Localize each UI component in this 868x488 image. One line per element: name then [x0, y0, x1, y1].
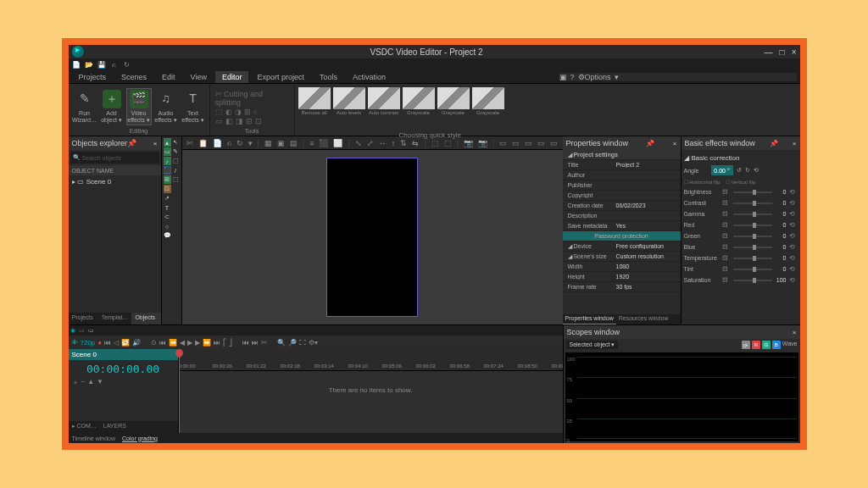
marker-out-icon[interactable]: ⎦: [229, 339, 232, 347]
property-row[interactable]: Save metadataYes: [563, 221, 681, 231]
property-row[interactable]: Author: [563, 170, 681, 180]
property-row[interactable]: Password protection: [563, 231, 681, 241]
tool-icon[interactable]: ⊟: [246, 117, 253, 125]
close-panel-icon[interactable]: ×: [153, 140, 158, 147]
tool-icon[interactable]: [172, 213, 180, 221]
tool-icon[interactable]: ⬚: [172, 157, 180, 165]
canvas-tool-icon[interactable]: ▣: [275, 139, 287, 147]
style-thumb[interactable]: Remove all: [298, 87, 331, 115]
left-tab[interactable]: Templat…: [98, 313, 132, 324]
qat-redo-icon[interactable]: ↻: [123, 60, 131, 69]
cutting-splitting-button[interactable]: ✄ Cutting and splitting: [215, 90, 289, 107]
angle-input[interactable]: 0.00 °: [711, 165, 733, 175]
menu-editor[interactable]: Editor: [215, 71, 249, 83]
tool-icon[interactable]: ◧: [225, 117, 233, 125]
video-preview[interactable]: [326, 158, 418, 317]
property-row[interactable]: Frame rate30 fps: [563, 282, 681, 292]
rewind-icon[interactable]: ⏪: [169, 339, 177, 347]
canvas-tool-icon[interactable]: ✄: [185, 139, 195, 147]
tool-icon[interactable]: ✎: [172, 147, 180, 156]
canvas-tool-icon[interactable]: 📋: [197, 139, 209, 147]
timeline-tab-icon[interactable]: ▭: [88, 327, 94, 334]
tool-icon[interactable]: ◐: [225, 108, 232, 116]
saturation-slider[interactable]: Saturation⊟100⟲: [684, 274, 798, 286]
audio-button[interactable]: ♫Audioeffects ▾: [153, 88, 179, 125]
zoom-out-icon[interactable]: 🔎: [288, 339, 297, 347]
menu-export-project[interactable]: Export project: [250, 71, 311, 83]
fforward-icon[interactable]: ⏩: [203, 339, 211, 347]
timeline-window-tab[interactable]: Timeline window: [72, 435, 115, 441]
property-row[interactable]: ◢ Project settings: [563, 150, 681, 160]
scope-b-button[interactable]: B: [772, 341, 781, 349]
qat-undo-icon[interactable]: ⎌: [110, 60, 119, 69]
marker-in-icon[interactable]: ⎡: [223, 339, 226, 347]
canvas-tool-icon[interactable]: ⎌: [225, 139, 233, 147]
prev-frame-icon[interactable]: ◁: [114, 339, 119, 347]
tool-icon[interactable]: [172, 203, 180, 212]
pin-icon[interactable]: 📌: [646, 140, 654, 147]
left-tab[interactable]: Objects …: [131, 313, 160, 324]
canvas-tool-icon[interactable]: ▭: [548, 139, 559, 147]
tool-icon[interactable]: ⊞: [244, 108, 251, 116]
settings-icon[interactable]: ⚙▾: [309, 339, 318, 347]
property-row[interactable]: Creation date06/02/2023: [563, 201, 681, 211]
temperature-slider[interactable]: Temperature⊟0⟲: [684, 252, 798, 263]
qat-save-icon[interactable]: 💾: [97, 60, 106, 69]
property-row[interactable]: Publisher: [563, 180, 681, 191]
tool-icon[interactable]: ⬚: [172, 175, 180, 184]
video-button[interactable]: 🎬Videoeffects ▾: [126, 88, 152, 125]
canvas-tool-icon[interactable]: ⇆: [410, 139, 420, 147]
tool-icon[interactable]: ▲: [164, 138, 171, 147]
tool-icon[interactable]: ◑: [235, 108, 242, 116]
scope-refresh-icon[interactable]: ⟳: [742, 341, 750, 349]
canvas-tool-icon[interactable]: ↔: [377, 139, 388, 147]
canvas-tool-icon[interactable]: ▭: [523, 139, 534, 147]
timeline-tab-icon[interactable]: ◉: [70, 327, 75, 334]
menu-edit[interactable]: Edit: [155, 71, 182, 83]
layer-down-icon[interactable]: ▼: [97, 378, 103, 387]
horizontal-flip-checkbox[interactable]: ☐ Horizontal flip: [684, 179, 721, 185]
reset-angle-icon[interactable]: ⟲: [754, 167, 759, 174]
canvas-tool-icon[interactable]: ⬚: [430, 139, 441, 147]
menu-view[interactable]: View: [184, 71, 214, 83]
options-button[interactable]: ⚙Options: [578, 73, 611, 81]
scope-source-selector[interactable]: Selected object ▾: [566, 341, 619, 349]
prev-icon[interactable]: ◀: [180, 339, 185, 347]
scope-r-button[interactable]: R: [752, 341, 760, 349]
panel-toggle-icon[interactable]: ▣: [559, 73, 567, 81]
tool-icon[interactable]: ♪: [164, 157, 171, 165]
canvas-tool-icon[interactable]: ↻: [235, 139, 245, 147]
skip-fwd-icon[interactable]: ⏭: [252, 339, 259, 347]
property-row[interactable]: ◢ Scene's sizeCustom resolution: [563, 252, 681, 262]
go-start-icon[interactable]: ⏮: [159, 339, 166, 347]
property-row[interactable]: TitleProject 2: [563, 160, 681, 170]
green-slider[interactable]: Green⊟0⟲: [684, 230, 798, 241]
property-row[interactable]: Width1080: [563, 262, 681, 272]
maximize-button[interactable]: □: [780, 47, 785, 57]
tool-icon[interactable]: 💬: [164, 231, 171, 240]
volume-icon[interactable]: 🔊: [132, 339, 141, 347]
cue-icon[interactable]: ⊙: [151, 339, 157, 347]
qat-new-icon[interactable]: 📄: [72, 60, 81, 69]
tool-icon[interactable]: /: [172, 166, 180, 175]
property-row[interactable]: Copyright: [563, 191, 681, 201]
add-layer-icon[interactable]: ＋: [72, 378, 79, 387]
timeline-ruler[interactable]: 0:00:0000:00:2600:01:2200:02:1800:03:140…: [179, 349, 563, 371]
close-panel-icon[interactable]: ×: [673, 140, 677, 147]
style-thumb[interactable]: Auto contrast: [368, 87, 400, 115]
tool-icon[interactable]: [172, 194, 180, 202]
resources-tab[interactable]: Resources window: [616, 314, 671, 324]
tool-icon[interactable]: ○: [164, 222, 171, 230]
style-thumb[interactable]: Auto levels: [333, 87, 365, 115]
playhead[interactable]: [179, 349, 180, 433]
menu-tools[interactable]: Tools: [313, 71, 344, 83]
tool-icon[interactable]: ⬚: [215, 108, 223, 116]
go-end-icon[interactable]: ⏭: [214, 339, 220, 347]
canvas-tool-icon[interactable]: ⬚: [442, 139, 453, 147]
contrast-slider[interactable]: Contrast⊟0⟲: [684, 197, 798, 208]
canvas-tool-icon[interactable]: ↕: [390, 139, 398, 147]
skip-back-icon[interactable]: ⏮: [242, 339, 249, 347]
pin-icon[interactable]: 📌: [770, 140, 778, 147]
next-icon[interactable]: ▶: [195, 339, 200, 347]
tool-icon[interactable]: ○: [253, 108, 258, 116]
